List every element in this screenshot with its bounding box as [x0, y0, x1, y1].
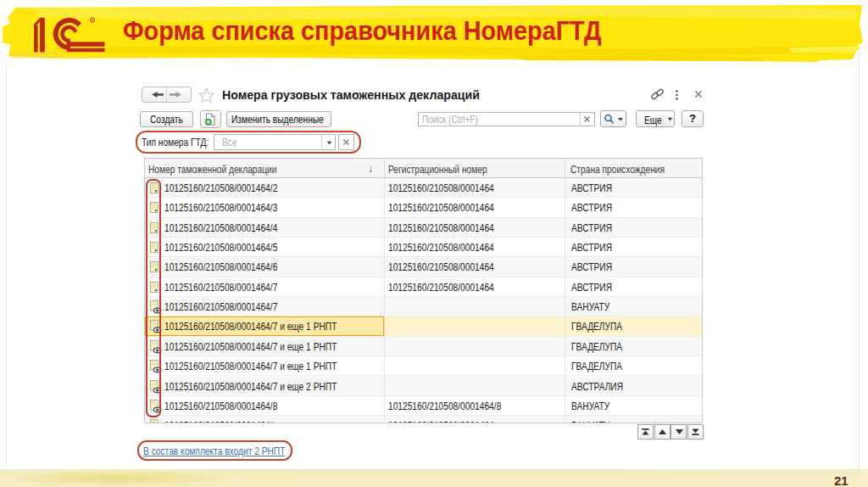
svg-text:R: R — [92, 19, 94, 22]
